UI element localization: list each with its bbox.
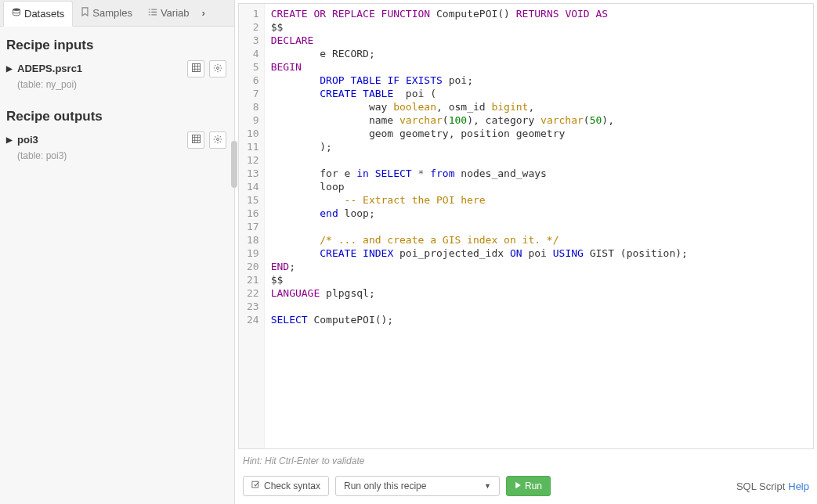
tab-samples[interactable]: Samples: [73, 1, 140, 25]
gear-icon: [213, 135, 222, 146]
tab-label: Samples: [92, 7, 132, 19]
tabs-scroll-right[interactable]: ›: [197, 4, 210, 22]
output-item-sub: (table: poi3): [6, 150, 226, 166]
line-gutter: 123456789101112131415161718192021222324: [239, 4, 265, 448]
input-item-sub: (table: ny_poi): [6, 79, 226, 95]
output-item-row: ▶ poi3: [6, 129, 226, 150]
tab-datasets[interactable]: Datasets: [3, 1, 73, 27]
chevron-right-icon: ›: [202, 7, 205, 19]
settings-button[interactable]: [209, 60, 226, 77]
svg-rect-3: [192, 135, 200, 142]
bottom-toolbar: Check syntax Run only this recipe ▼ Run …: [235, 473, 817, 504]
table-button[interactable]: [187, 131, 204, 149]
svg-rect-5: [252, 481, 258, 488]
svg-point-4: [217, 138, 219, 140]
tab-label: Datasets: [24, 8, 64, 20]
help-link[interactable]: Help: [788, 481, 809, 492]
sidebar-resize-handle[interactable]: [231, 141, 237, 188]
output-item-name: poi3: [17, 134, 38, 146]
table-button[interactable]: [187, 60, 204, 77]
database-icon: [12, 8, 21, 20]
play-icon: [515, 481, 522, 491]
svg-point-2: [217, 67, 219, 69]
output-item[interactable]: ▶ poi3: [6, 131, 38, 149]
svg-rect-1: [192, 63, 200, 71]
tab-variables[interactable]: Variab: [140, 1, 197, 25]
check-syntax-button[interactable]: Check syntax: [243, 476, 329, 496]
code-area[interactable]: CREATE OR REPLACE FUNCTION ComputePOI() …: [265, 4, 813, 448]
output-item-actions: [187, 131, 226, 149]
input-item-name: ADEPS.psrc1: [17, 63, 82, 74]
table-icon: [192, 135, 201, 145]
table-icon: [192, 63, 201, 74]
run-mode-select[interactable]: Run only this recipe ▼: [335, 476, 500, 496]
check-syntax-label: Check syntax: [264, 481, 320, 491]
sidebar-tabs: Datasets Samples Variab ›: [0, 0, 234, 27]
inputs-title: Recipe inputs: [6, 38, 226, 53]
main-panel: 123456789101112131415161718192021222324 …: [235, 0, 817, 504]
recipe-outputs-section: Recipe outputs ▶ poi3 (table: poi3): [0, 98, 234, 169]
recipe-inputs-section: Recipe inputs ▶ ADEPS.psrc1 (table: ny_p…: [0, 27, 234, 98]
svg-point-0: [13, 8, 20, 10]
run-mode-label: Run only this recipe: [344, 481, 426, 491]
caret-down-icon: ▼: [484, 482, 491, 490]
outputs-title: Recipe outputs: [6, 109, 226, 124]
editor-hint: Hint: Hit Ctrl-Enter to validate: [235, 452, 817, 473]
caret-right-icon: ▶: [6, 135, 13, 144]
footer-links: SQL Script Help: [736, 481, 809, 492]
run-button[interactable]: Run: [506, 476, 551, 496]
tab-label: Variab: [161, 7, 190, 19]
input-item[interactable]: ▶ ADEPS.psrc1: [6, 59, 82, 77]
list-icon: [148, 8, 157, 19]
check-icon: [251, 481, 261, 491]
code-editor[interactable]: 123456789101112131415161718192021222324 …: [238, 3, 814, 449]
input-item-actions: [187, 60, 226, 77]
script-type-label: SQL Script: [736, 481, 785, 492]
app-root: Datasets Samples Variab › Recipe inputs: [0, 0, 817, 504]
input-item-row: ▶ ADEPS.psrc1: [6, 58, 226, 79]
run-label: Run: [525, 481, 542, 491]
sidebar: Datasets Samples Variab › Recipe inputs: [0, 0, 235, 504]
caret-right-icon: ▶: [6, 64, 13, 73]
gear-icon: [213, 63, 222, 74]
settings-button[interactable]: [209, 131, 226, 149]
bookmark-icon: [81, 7, 89, 19]
